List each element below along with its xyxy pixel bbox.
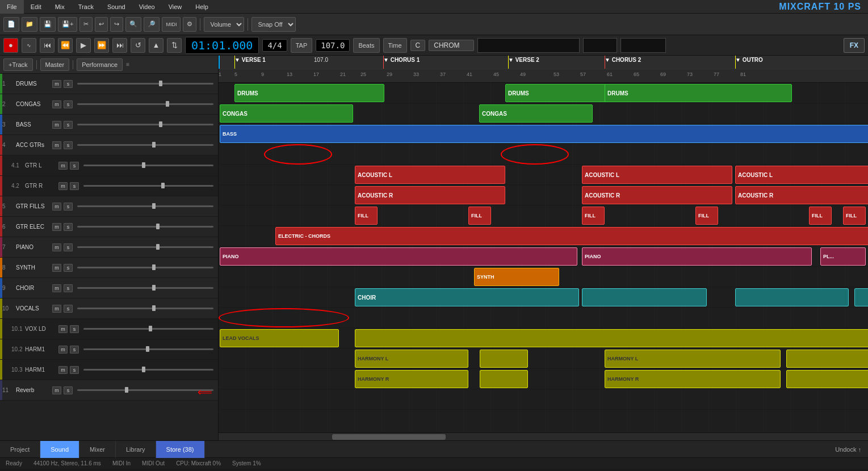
fader-8[interactable] <box>77 267 213 268</box>
clip-harm1r-1[interactable]: HARMONY R <box>355 370 468 388</box>
clip-piano-2[interactable]: PIANO <box>582 247 812 266</box>
clip-drums-1[interactable]: DRUMS <box>234 84 384 102</box>
midi-button[interactable]: MIDI <box>162 17 181 32</box>
mute-btn-1[interactable]: m <box>52 80 61 88</box>
fader-4[interactable] <box>77 144 213 146</box>
clip-gtrl-1[interactable]: ACOUSTIC L <box>355 166 505 184</box>
clip-fill-5[interactable]: FILL <box>809 207 832 225</box>
clip-gtrl-3[interactable]: ACOUSTIC L <box>735 166 868 184</box>
clip-harm1r-2[interactable] <box>480 370 528 388</box>
mix-button[interactable]: ⇅ <box>167 38 182 53</box>
solo-btn-7[interactable]: s <box>64 243 73 251</box>
mute-btn-11[interactable]: m <box>52 386 61 394</box>
cut-button[interactable]: ✂ <box>79 17 93 32</box>
clip-harm1l-1[interactable]: HARMONY L <box>355 350 468 368</box>
solo-btn-10[interactable]: s <box>64 305 73 313</box>
mute-btn-10-1[interactable]: m <box>58 325 68 333</box>
perf-menu-icon[interactable]: ≡ <box>126 61 129 68</box>
beats-button[interactable]: Beats <box>353 38 379 53</box>
mute-btn-7[interactable]: m <box>52 243 61 251</box>
mute-btn-10-3[interactable]: m <box>58 366 68 374</box>
solo-btn-11[interactable]: s <box>64 386 73 394</box>
clip-harm1r-3[interactable]: HARMONY R <box>605 370 781 388</box>
save-as-button[interactable]: 💾+ <box>58 17 77 32</box>
clip-congas-1[interactable]: CONGAS <box>220 104 353 123</box>
menu-view[interactable]: View <box>162 0 189 14</box>
goto-start-button[interactable]: ⏮ <box>40 38 54 53</box>
clip-gtrr-1[interactable]: ACOUSTIC R <box>355 186 505 204</box>
clip-bass-1[interactable]: BASS <box>220 125 868 143</box>
clip-congas-2[interactable]: CONGAS <box>479 104 593 123</box>
clip-choir-1[interactable]: CHOIR <box>355 288 579 306</box>
clip-choir-2[interactable] <box>582 288 707 306</box>
clips-area[interactable]: DRUMS DRUMS DRUMS CONGAS CONGAS BASS <box>219 83 868 432</box>
mute-btn-8[interactable]: m <box>52 264 61 272</box>
clip-fill-3[interactable]: FILL <box>582 207 605 225</box>
solo-btn-2[interactable]: s <box>64 100 73 108</box>
solo-btn-5[interactable]: s <box>64 203 73 211</box>
save-button[interactable]: 💾 <box>40 17 56 32</box>
h-scroll-thumb[interactable] <box>332 434 446 440</box>
undock-button[interactable]: Undock ↑ <box>828 446 868 453</box>
menu-mix[interactable]: Mix <box>48 0 72 14</box>
redo-button[interactable]: ↪ <box>110 17 123 32</box>
tap-button[interactable]: TAP <box>291 38 313 53</box>
master-button[interactable]: Master <box>40 58 70 71</box>
clip-voxld-2[interactable] <box>355 329 868 347</box>
mute-btn-10-2[interactable]: m <box>58 346 68 354</box>
solo-btn-4[interactable]: s <box>64 141 73 149</box>
menu-help[interactable]: Help <box>188 0 215 14</box>
clip-harm1l-2[interactable] <box>480 350 528 368</box>
mute-btn-10[interactable]: m <box>52 305 61 313</box>
time-button[interactable]: Time <box>383 38 407 53</box>
solo-btn-3[interactable]: s <box>64 121 73 129</box>
solo-btn-8[interactable]: s <box>64 264 73 272</box>
clip-gtrl-2[interactable]: ACOUSTIC L <box>582 166 732 184</box>
solo-btn-1[interactable]: s <box>64 80 73 88</box>
clip-fill-2[interactable]: FILL <box>468 207 491 225</box>
clip-choir-4[interactable] <box>854 288 868 306</box>
mute-btn-4[interactable]: m <box>52 141 61 149</box>
clip-voxld-1[interactable]: LEAD VOCALS <box>220 329 339 347</box>
solo-btn-10-1[interactable]: s <box>70 325 79 333</box>
fx-button[interactable]: FX <box>844 38 865 53</box>
solo-btn-10-2[interactable]: s <box>70 346 79 354</box>
horizontal-scrollbar[interactable] <box>219 432 868 440</box>
clip-piano-3[interactable]: PL... <box>820 247 866 266</box>
tab-store[interactable]: Store (38) <box>156 441 205 458</box>
play-button[interactable]: ▶ <box>76 38 91 53</box>
fast-forward-button[interactable]: ⏩ <box>94 38 109 53</box>
menu-file[interactable]: File <box>0 0 24 14</box>
clip-fill-1[interactable]: FILL <box>355 207 378 225</box>
fader-6[interactable] <box>77 226 213 228</box>
clip-harm1l-3[interactable]: HARMONY L <box>605 350 781 368</box>
clip-elec-1[interactable]: ELECTRIC - CHORDS <box>275 227 868 245</box>
undo-button[interactable]: ↩ <box>95 17 108 32</box>
menu-video[interactable]: Video <box>132 0 162 14</box>
clip-gtrr-2[interactable]: ACOUSTIC R <box>582 186 732 204</box>
fader-7[interactable] <box>77 246 213 248</box>
new-button[interactable]: 📄 <box>3 17 19 32</box>
fader-4-1[interactable] <box>83 165 213 166</box>
rewind-button[interactable]: ⏪ <box>58 38 73 53</box>
tab-project[interactable]: Project <box>0 441 40 458</box>
fader-10-3[interactable] <box>83 369 213 371</box>
mute-btn-2[interactable]: m <box>52 100 61 108</box>
clip-choir-3[interactable] <box>735 288 849 306</box>
record-button[interactable]: ● <box>3 38 18 53</box>
mute-btn-5[interactable]: m <box>52 203 61 211</box>
clip-drums-3[interactable]: DRUMS <box>605 84 792 102</box>
loop-button[interactable]: ↺ <box>131 38 145 53</box>
clip-fill-4[interactable]: FILL <box>695 207 718 225</box>
menu-track[interactable]: Track <box>72 0 100 14</box>
zoom-in-button[interactable]: 🔍 <box>125 17 141 32</box>
clip-fill-6[interactable]: FILL <box>843 207 866 225</box>
mute-btn-3[interactable]: m <box>52 121 61 129</box>
clip-piano-1[interactable]: PIANO <box>220 247 577 266</box>
snap-select[interactable]: Snap Off <box>251 17 296 32</box>
clip-gtrr-3[interactable]: ACOUSTIC R <box>735 186 868 204</box>
clip-synth-1[interactable]: SYNTH <box>474 268 559 286</box>
click-button[interactable]: ▲ <box>149 38 163 53</box>
goto-end-button[interactable]: ⏭ <box>112 38 127 53</box>
fader-3[interactable] <box>77 124 213 125</box>
